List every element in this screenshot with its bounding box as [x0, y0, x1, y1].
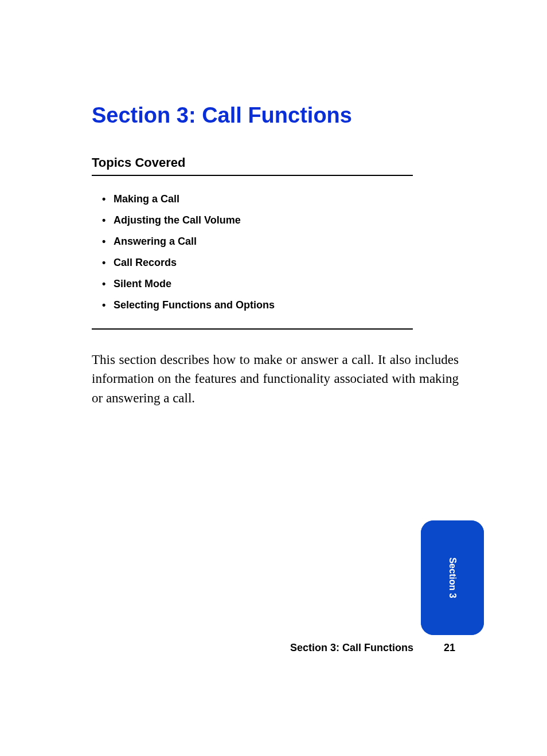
topics-list: Making a Call Adjusting the Call Volume … [92, 193, 484, 311]
list-item: Call Records [102, 257, 484, 269]
section-tab: Section 3 [421, 520, 484, 635]
footer-title: Section 3: Call Functions [290, 642, 413, 653]
horizontal-rule [92, 175, 413, 176]
list-item: Answering a Call [102, 236, 484, 248]
page-number: 21 [444, 642, 455, 654]
document-page: Section 3: Call Functions Topics Covered… [0, 0, 547, 756]
list-item: Adjusting the Call Volume [102, 214, 484, 226]
horizontal-rule [92, 328, 413, 330]
topics-covered-heading: Topics Covered [92, 155, 484, 170]
section-title: Section 3: Call Functions [92, 103, 484, 128]
list-item: Making a Call [102, 193, 484, 205]
list-item: Selecting Functions and Options [102, 299, 484, 311]
section-tab-label: Section 3 [447, 557, 458, 598]
section-intro-paragraph: This section describes how to make or an… [92, 350, 459, 408]
list-item: Silent Mode [102, 278, 484, 290]
page-footer: Section 3: Call Functions 21 [290, 642, 455, 654]
